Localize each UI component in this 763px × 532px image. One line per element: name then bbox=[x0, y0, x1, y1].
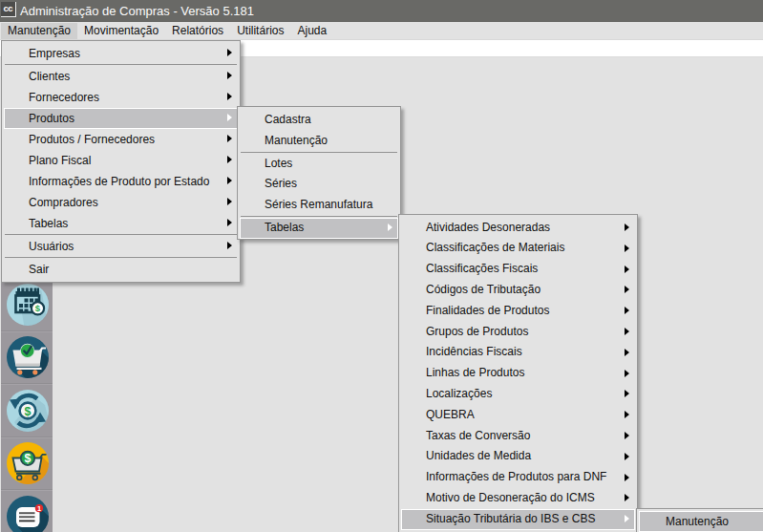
svg-text:$: $ bbox=[35, 303, 41, 313]
svg-text:$: $ bbox=[25, 452, 32, 465]
svg-text:1: 1 bbox=[37, 504, 41, 513]
svg-text:$: $ bbox=[25, 404, 32, 417]
